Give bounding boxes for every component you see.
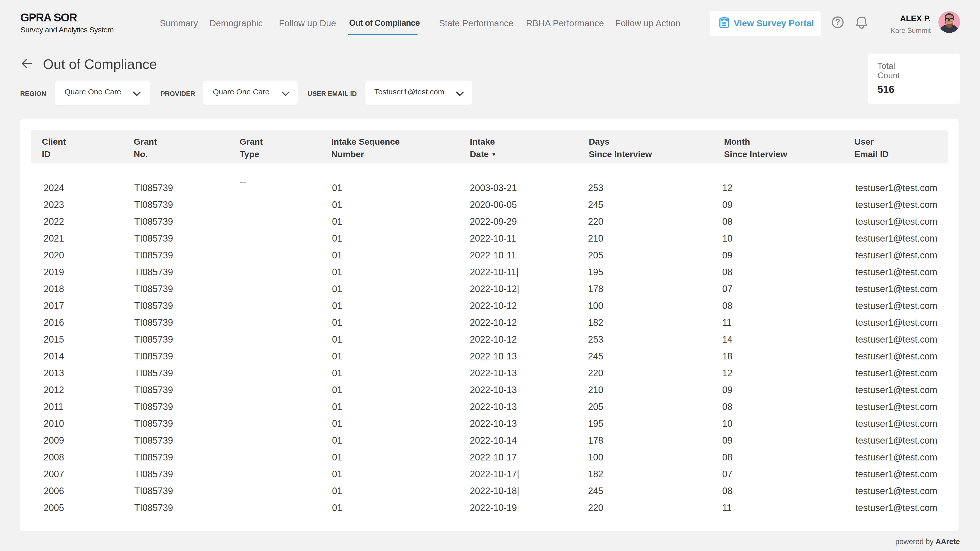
- svg-text:?: ?: [835, 17, 840, 27]
